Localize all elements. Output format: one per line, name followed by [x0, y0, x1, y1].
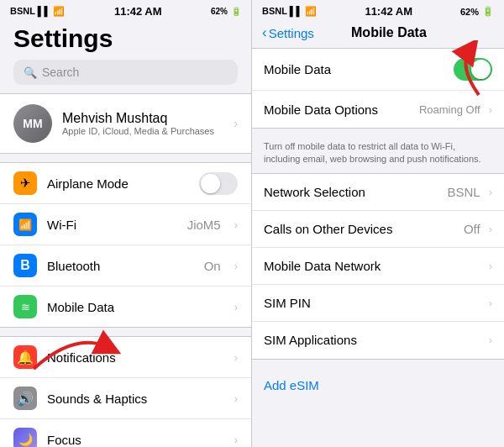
- profile-row[interactable]: MM Mehvish Mushtaq Apple ID, iCloud, Med…: [0, 93, 251, 154]
- sim-pin-chevron-icon: ›: [489, 297, 492, 309]
- back-label: Settings: [269, 26, 314, 40]
- mobile-data-options-value: Roaming Off: [419, 103, 480, 116]
- network-selection-label: Network Selection: [264, 185, 442, 199]
- sim-applications-chevron-icon: ›: [489, 334, 492, 346]
- profile-name: Mehvish Mushtaq: [62, 111, 214, 126]
- sounds-row[interactable]: 🔊 Sounds & Haptics ›: [0, 378, 251, 419]
- profile-subtitle: Apple ID, iCloud, Media & Purchases: [62, 126, 214, 136]
- settings-title: Settings: [0, 21, 251, 60]
- search-bar[interactable]: 🔍 Search: [13, 60, 238, 85]
- wifi-icon: 📶: [53, 6, 65, 16]
- right-battery: 62% 🔋: [460, 6, 494, 17]
- right-wifi-icon: 📶: [305, 6, 317, 16]
- airplane-mode-row[interactable]: ✈ Airplane Mode: [0, 163, 251, 204]
- wifi-row[interactable]: 📶 Wi-Fi JioM5 ›: [0, 204, 251, 245]
- mobile-data-info: Turn off mobile data to restrict all dat…: [252, 135, 504, 173]
- mobile-data-chevron-icon: ›: [234, 301, 238, 313]
- airplane-mode-label: Airplane Mode: [47, 176, 189, 191]
- left-battery: 62% 🔋: [211, 7, 241, 16]
- right-page-title: Mobile Data: [351, 25, 427, 40]
- network-section: Network Selection BSNL › Calls on Other …: [252, 173, 504, 360]
- sim-pin-row[interactable]: SIM PIN ›: [252, 285, 504, 322]
- mobile-data-section: Mobile Data Mobile Data Options Roaming …: [252, 48, 504, 129]
- search-icon: 🔍: [24, 66, 37, 79]
- mobile-data-label: Mobile Data: [47, 300, 221, 314]
- signal-icon: ▌▌: [38, 6, 51, 16]
- settings-group-2: 🔔 Notifications › 🔊 Sounds & Haptics › 🌙…: [0, 336, 251, 447]
- mobile-data-toggle-row[interactable]: Mobile Data: [252, 49, 504, 91]
- focus-icon: 🌙: [13, 428, 37, 447]
- network-selection-chevron-icon: ›: [489, 186, 492, 198]
- mobile-data-network-label: Mobile Data Network: [264, 259, 480, 273]
- right-battery-icon: 🔋: [482, 6, 494, 17]
- mobile-data-toggle-label: Mobile Data: [264, 62, 449, 76]
- bluetooth-icon: B: [13, 254, 37, 277]
- left-time: 11:42 AM: [114, 5, 162, 18]
- notifications-label: Notifications: [47, 350, 221, 365]
- left-carrier: BSNL ▌▌ 📶: [10, 6, 65, 17]
- right-panel: BSNL ▌▌ 📶 11:42 AM 62% 🔋 ‹ Settings Mobi…: [252, 0, 504, 447]
- bluetooth-row[interactable]: B Bluetooth On ›: [0, 245, 251, 287]
- right-signal-icon: ▌▌: [290, 6, 303, 16]
- wifi-label: Wi-Fi: [47, 218, 177, 232]
- network-selection-row[interactable]: Network Selection BSNL ›: [252, 174, 504, 211]
- mobile-data-network-chevron-icon: ›: [489, 260, 492, 272]
- search-placeholder: Search: [42, 66, 79, 79]
- back-chevron-icon: ‹: [262, 24, 267, 41]
- mobile-data-options-chevron-icon: ›: [489, 103, 492, 116]
- sim-applications-row[interactable]: SIM Applications ›: [252, 322, 504, 359]
- mobile-data-network-row[interactable]: Mobile Data Network ›: [252, 248, 504, 285]
- carrier-text: BSNL: [10, 6, 35, 16]
- mobile-data-options-row[interactable]: Mobile Data Options Roaming Off ›: [252, 91, 504, 128]
- sim-pin-label: SIM PIN: [264, 296, 480, 310]
- calls-other-devices-label: Calls on Other Devices: [264, 222, 459, 236]
- right-time: 11:42 AM: [365, 5, 412, 18]
- sounds-chevron-icon: ›: [234, 392, 238, 405]
- bluetooth-value: On: [204, 259, 221, 273]
- wifi-chevron-icon: ›: [234, 218, 238, 231]
- focus-row[interactable]: 🌙 Focus ›: [0, 419, 251, 447]
- sounds-label: Sounds & Haptics: [47, 392, 221, 406]
- profile-text: Mehvish Mushtaq Apple ID, iCloud, Media …: [62, 111, 214, 136]
- notifications-chevron-icon: ›: [234, 351, 238, 364]
- wifi-value: JioM5: [187, 218, 221, 232]
- avatar: MM: [13, 104, 52, 143]
- add-esim-button[interactable]: Add eSIM: [252, 366, 504, 404]
- focus-label: Focus: [47, 433, 221, 447]
- wifi-settings-icon: 📶: [13, 213, 37, 236]
- calls-other-devices-value: Off: [464, 222, 480, 236]
- focus-chevron-icon: ›: [234, 434, 238, 446]
- right-carrier-text: BSNL: [262, 6, 287, 16]
- mobile-data-options-label: Mobile Data Options: [264, 103, 414, 117]
- battery-icon: 🔋: [231, 7, 241, 16]
- notifications-row[interactable]: 🔔 Notifications ›: [0, 337, 251, 378]
- airplane-icon: ✈: [13, 171, 37, 195]
- notifications-icon: 🔔: [13, 345, 37, 369]
- bluetooth-label: Bluetooth: [47, 259, 194, 273]
- right-carrier: BSNL ▌▌ 📶: [262, 6, 317, 17]
- profile-chevron-icon: ›: [234, 117, 238, 130]
- network-selection-value: BSNL: [447, 185, 480, 199]
- airplane-mode-toggle[interactable]: [199, 172, 238, 195]
- sounds-icon: 🔊: [13, 387, 37, 410]
- left-status-bar: BSNL ▌▌ 📶 11:42 AM 62% 🔋: [0, 0, 251, 21]
- settings-group-1: ✈ Airplane Mode 📶 Wi-Fi JioM5 › B Blueto…: [0, 162, 251, 328]
- calls-other-devices-row[interactable]: Calls on Other Devices Off ›: [252, 211, 504, 248]
- calls-other-devices-chevron-icon: ›: [489, 223, 492, 235]
- back-button[interactable]: ‹ Settings: [262, 24, 314, 41]
- bluetooth-chevron-icon: ›: [234, 260, 238, 272]
- mobile-data-toggle-switch[interactable]: [454, 58, 492, 81]
- mobile-data-icon: ≋: [13, 295, 37, 318]
- left-panel: BSNL ▌▌ 📶 11:42 AM 62% 🔋 Settings 🔍 Sear…: [0, 0, 252, 447]
- right-header: ‹ Settings Mobile Data: [252, 21, 504, 48]
- sim-applications-label: SIM Applications: [264, 333, 480, 347]
- right-status-bar: BSNL ▌▌ 📶 11:42 AM 62% 🔋: [252, 0, 504, 21]
- mobile-data-row[interactable]: ≋ Mobile Data ›: [0, 287, 251, 327]
